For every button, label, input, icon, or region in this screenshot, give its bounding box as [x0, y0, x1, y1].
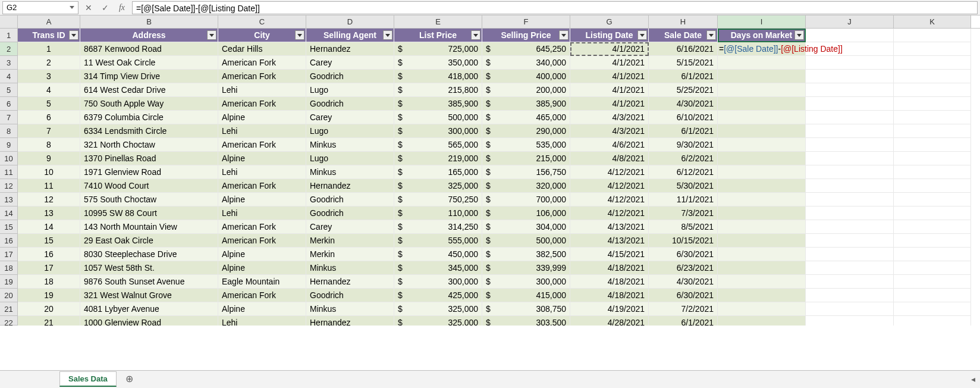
- cell-list-price[interactable]: $500,000: [394, 111, 482, 124]
- cell-sale-date[interactable]: 6/12/2021: [649, 165, 718, 179]
- cell-trans-id[interactable]: 20: [18, 302, 80, 316]
- cell-days-on-market[interactable]: [718, 179, 806, 193]
- cell-days-on-market[interactable]: [718, 206, 806, 220]
- cell-days-on-market[interactable]: [718, 97, 806, 111]
- cell-trans-id[interactable]: 8: [18, 138, 80, 152]
- row-header-15[interactable]: 15: [0, 220, 18, 234]
- cell-address[interactable]: 8687 Kenwood Road: [80, 42, 218, 56]
- cell-list-price[interactable]: $325,000: [394, 302, 482, 316]
- cell-sale-date[interactable]: 11/1/2021: [649, 193, 718, 206]
- cell-selling-price[interactable]: $106,000: [482, 206, 570, 220]
- cell-list-price[interactable]: $165,000: [394, 165, 482, 179]
- cell-sale-date[interactable]: 8/5/2021: [649, 220, 718, 234]
- row-header-14[interactable]: 14: [0, 206, 18, 220]
- filter-dropdown-icon[interactable]: [207, 30, 216, 40]
- cell-listing-date[interactable]: 4/6/2021: [570, 138, 649, 152]
- table-header-I[interactable]: Days on Market: [718, 29, 806, 42]
- col-header-A[interactable]: A: [18, 15, 80, 28]
- cell-trans-id[interactable]: 9: [18, 152, 80, 165]
- cell-empty-K[interactable]: [894, 124, 971, 138]
- accept-formula-button[interactable]: ✓: [99, 1, 112, 14]
- cell-days-on-market[interactable]: [718, 56, 806, 70]
- cell-sale-date[interactable]: 6/1/2021: [649, 316, 718, 326]
- cell-list-price[interactable]: $385,900: [394, 97, 482, 111]
- row-header-11[interactable]: 11: [0, 165, 18, 179]
- cell-sale-date[interactable]: 5/25/2021: [649, 83, 718, 97]
- cell-listing-date[interactable]: 4/3/2021: [570, 111, 649, 124]
- col-header-I[interactable]: I: [718, 15, 806, 28]
- sheet-tab-sales-data[interactable]: Sales Data: [59, 371, 117, 387]
- col-header-E[interactable]: E: [394, 15, 482, 28]
- cell-city[interactable]: American Fork: [218, 97, 306, 111]
- cell-days-on-market[interactable]: [718, 124, 806, 138]
- cell-empty-K[interactable]: [894, 261, 971, 275]
- cell-empty-J[interactable]: [806, 138, 894, 152]
- cell-empty-J[interactable]: [806, 206, 894, 220]
- cell-trans-id[interactable]: 3: [18, 70, 80, 83]
- cell-listing-date[interactable]: 4/28/2021: [570, 316, 649, 326]
- filter-dropdown-icon[interactable]: [794, 30, 804, 40]
- filter-dropdown-icon[interactable]: [295, 30, 304, 40]
- table-header-B[interactable]: Address: [80, 29, 218, 42]
- cell-empty-J[interactable]: [806, 302, 894, 316]
- cell-selling-price[interactable]: $535,000: [482, 138, 570, 152]
- cell-selling-price[interactable]: $290,000: [482, 124, 570, 138]
- cell-sale-date[interactable]: 6/30/2021: [649, 289, 718, 302]
- row-header-8[interactable]: 8: [0, 124, 18, 138]
- row-header-10[interactable]: 10: [0, 152, 18, 165]
- cell-empty-K[interactable]: [894, 179, 971, 193]
- cell-agent[interactable]: Minkus: [306, 261, 394, 275]
- cell-listing-date[interactable]: 4/13/2021: [570, 234, 649, 248]
- cell-trans-id[interactable]: 1: [18, 42, 80, 56]
- cell-empty-K[interactable]: [894, 316, 971, 326]
- cell-list-price[interactable]: $418,000: [394, 70, 482, 83]
- cell-empty-J[interactable]: [806, 220, 894, 234]
- cell-address[interactable]: 321 North Choctaw: [80, 138, 218, 152]
- cell-trans-id[interactable]: 6: [18, 111, 80, 124]
- cell-address[interactable]: 1370 Pinellas Road: [80, 152, 218, 165]
- cell-selling-price[interactable]: $300,000: [482, 275, 570, 289]
- cell-selling-price[interactable]: $382,500: [482, 248, 570, 261]
- cell-city[interactable]: American Fork: [218, 56, 306, 70]
- cell-empty-J[interactable]: [806, 261, 894, 275]
- cell-address[interactable]: 29 East Oak Circle: [80, 234, 218, 248]
- cell-selling-price[interactable]: $339,999: [482, 261, 570, 275]
- cell-trans-id[interactable]: 14: [18, 220, 80, 234]
- cell-listing-date[interactable]: 4/12/2021: [570, 206, 649, 220]
- cell-city[interactable]: Alpine: [218, 261, 306, 275]
- cell-empty-K[interactable]: [894, 83, 971, 97]
- col-header-F[interactable]: F: [482, 15, 570, 28]
- cell-sale-date[interactable]: 6/30/2021: [649, 248, 718, 261]
- cell-empty-J[interactable]: [806, 165, 894, 179]
- cell-empty-K[interactable]: [894, 165, 971, 179]
- cell-listing-date[interactable]: 4/15/2021: [570, 248, 649, 261]
- row-header-1[interactable]: 1: [0, 29, 18, 42]
- scroll-left-icon[interactable]: ◂: [966, 373, 980, 385]
- table-header-G[interactable]: Listing Date: [570, 29, 649, 42]
- cell-sale-date[interactable]: 7/3/2021: [649, 206, 718, 220]
- filter-dropdown-icon[interactable]: [69, 30, 78, 40]
- table-header-E[interactable]: List Price: [394, 29, 482, 42]
- cell-empty-K[interactable]: [894, 275, 971, 289]
- cell-days-on-market[interactable]: [718, 302, 806, 316]
- cell-trans-id[interactable]: 4: [18, 83, 80, 97]
- cell-selling-price[interactable]: $400,000: [482, 70, 570, 83]
- cell-agent[interactable]: Lugo: [306, 152, 394, 165]
- row-header-2[interactable]: 2: [0, 42, 18, 56]
- cell-address[interactable]: 8030 Steeplechase Drive: [80, 248, 218, 261]
- cell-city[interactable]: American Fork: [218, 70, 306, 83]
- cell-empty-K[interactable]: [894, 138, 971, 152]
- cell-listing-date[interactable]: 4/18/2021: [570, 275, 649, 289]
- col-header-J[interactable]: J: [806, 15, 894, 28]
- cell-address[interactable]: 1971 Glenview Road: [80, 165, 218, 179]
- row-header-4[interactable]: 4: [0, 70, 18, 83]
- cell-days-on-market[interactable]: [718, 234, 806, 248]
- cell-list-price[interactable]: $450,000: [394, 248, 482, 261]
- cell-list-price[interactable]: $300,000: [394, 124, 482, 138]
- cell-city[interactable]: American Fork: [218, 289, 306, 302]
- cell-days-on-market[interactable]: [718, 289, 806, 302]
- cell-city[interactable]: Cedar Hills: [218, 42, 306, 56]
- cell-city[interactable]: Alpine: [218, 248, 306, 261]
- cell-agent[interactable]: Hernandez: [306, 42, 394, 56]
- cell-selling-price[interactable]: $500,000: [482, 234, 570, 248]
